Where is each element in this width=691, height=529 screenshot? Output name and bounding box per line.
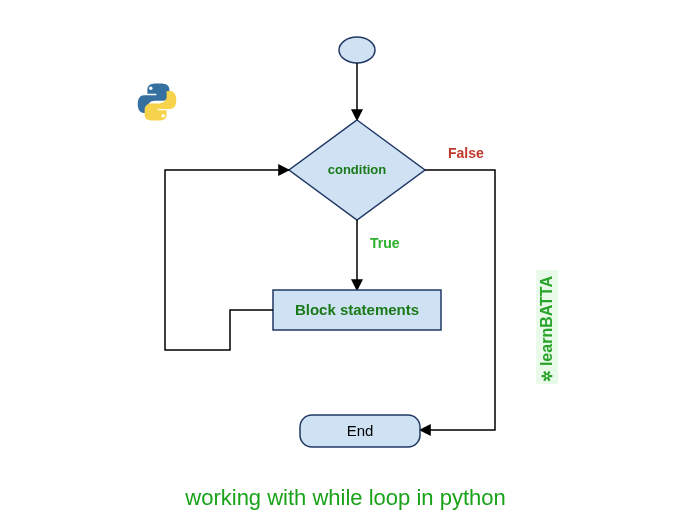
true-label: True	[370, 235, 400, 251]
diagram-caption: working with while loop in python	[0, 485, 691, 511]
false-label: False	[448, 145, 484, 161]
condition-label: condition	[328, 162, 387, 177]
block-label: Block statements	[295, 301, 419, 318]
flower-icon: ✲	[539, 370, 555, 382]
edge-block-condition-loop	[165, 170, 289, 350]
end-label: End	[347, 422, 374, 439]
start-node	[339, 37, 375, 63]
watermark-text: learnBATTA	[538, 276, 556, 366]
flowchart: condition False True Block statements En…	[0, 0, 691, 490]
watermark: ✲ learnBATTA	[536, 270, 558, 384]
